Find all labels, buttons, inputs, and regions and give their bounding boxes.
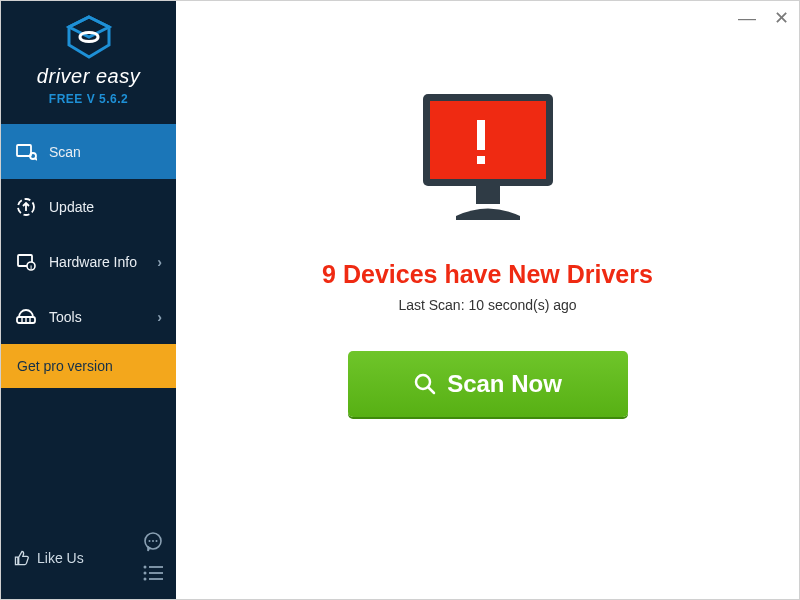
svg-point-12	[149, 540, 151, 542]
version-label: FREE V 5.6.2	[1, 92, 176, 106]
svg-line-27	[428, 387, 434, 393]
svg-rect-0	[17, 145, 31, 156]
sidebar-bottom-bar: Like Us	[1, 521, 176, 599]
svg-line-2	[35, 158, 37, 160]
scan-result-headline: 9 Devices have New Drivers	[322, 260, 653, 289]
brand-logo-icon	[64, 15, 114, 59]
sidebar-item-hardware-info[interactable]: i Hardware Info ›	[1, 234, 176, 289]
tools-icon	[15, 306, 37, 328]
sidebar-item-label: Update	[49, 199, 94, 215]
thumbs-up-icon	[13, 549, 31, 567]
app-window: driver easy FREE V 5.6.2 Scan Update i	[0, 0, 800, 600]
get-pro-button[interactable]: Get pro version	[1, 344, 176, 388]
alert-monitor-graphic	[408, 86, 568, 240]
sidebar-spacer	[1, 388, 176, 521]
close-button[interactable]: ✕	[774, 9, 789, 27]
svg-rect-24	[477, 156, 485, 164]
svg-point-14	[156, 540, 158, 542]
sidebar-item-label: Tools	[49, 309, 82, 325]
menu-list-icon[interactable]	[142, 565, 164, 585]
scan-button-label: Scan Now	[447, 370, 562, 398]
brand-name: driver easy	[1, 65, 176, 88]
sidebar-item-scan[interactable]: Scan	[1, 124, 176, 179]
sidebar-item-tools[interactable]: Tools ›	[1, 289, 176, 344]
sidebar: driver easy FREE V 5.6.2 Scan Update i	[1, 1, 176, 599]
svg-point-19	[144, 578, 147, 581]
window-controls: — ✕	[738, 9, 789, 27]
logo-block: driver easy FREE V 5.6.2	[1, 1, 176, 118]
svg-rect-25	[476, 186, 500, 204]
minimize-button[interactable]: —	[738, 9, 756, 27]
feedback-icon[interactable]	[142, 531, 164, 557]
last-scan-label: Last Scan: 10 second(s) ago	[398, 297, 576, 313]
scan-now-button[interactable]: Scan Now	[348, 351, 628, 417]
sidebar-item-update[interactable]: Update	[1, 179, 176, 234]
sidebar-item-label: Scan	[49, 144, 81, 160]
update-icon	[15, 196, 37, 218]
scan-icon	[15, 141, 37, 163]
svg-point-13	[152, 540, 154, 542]
nav: Scan Update i Hardware Info › Tools	[1, 124, 176, 344]
svg-point-15	[144, 566, 147, 569]
main-panel: — ✕ 9 Devices have New Drivers Last Scan…	[176, 1, 799, 599]
chevron-right-icon: ›	[157, 309, 162, 325]
get-pro-label: Get pro version	[17, 358, 113, 374]
svg-rect-22	[430, 101, 546, 179]
bottom-right-icons	[142, 531, 164, 585]
svg-point-17	[144, 572, 147, 575]
like-us-button[interactable]: Like Us	[13, 549, 84, 567]
hardware-info-icon: i	[15, 251, 37, 273]
sidebar-item-label: Hardware Info	[49, 254, 137, 270]
svg-rect-23	[477, 120, 485, 150]
search-icon	[413, 372, 437, 396]
likeus-label: Like Us	[37, 550, 84, 566]
chevron-right-icon: ›	[157, 254, 162, 270]
